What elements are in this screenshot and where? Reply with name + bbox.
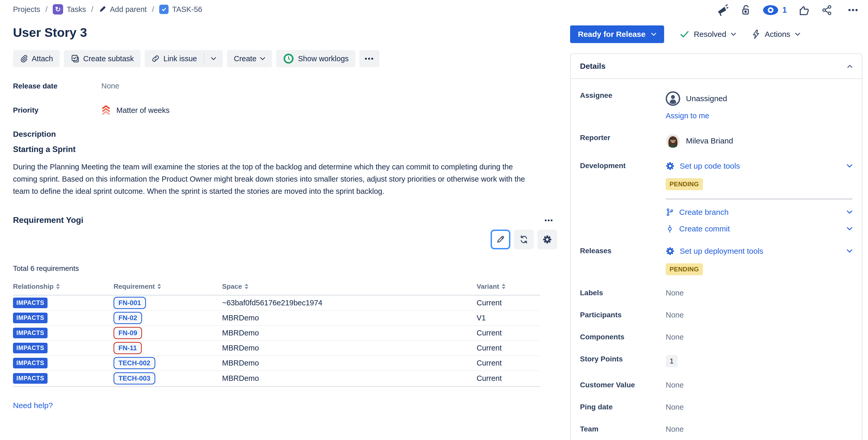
subtask-icon [71, 54, 80, 63]
ping-date-row: Ping date None [580, 401, 852, 411]
permissions-lock-button[interactable] [740, 4, 751, 16]
column-header-relationship[interactable]: Relationship [13, 282, 114, 291]
vote-button[interactable] [799, 5, 810, 15]
watch-button[interactable]: 1 [763, 5, 787, 15]
customer-value-value[interactable]: None [666, 379, 852, 390]
table-row: IMPACTS FN-11 MBRDemo Current [13, 341, 540, 356]
space-cell: ~63baf0fd56176e219bec1974 [222, 299, 476, 307]
development-value-wrap: Set up code tools PENDING Create branch [666, 160, 852, 233]
create-commit-link[interactable]: Create commit [666, 225, 852, 233]
relationship-badge[interactable]: IMPACTS [13, 313, 48, 323]
breadcrumb-tasks[interactable]: ↻ Tasks [53, 4, 86, 14]
resolution-dropdown-button[interactable]: Resolved [680, 30, 736, 39]
story-points-value-wrap: 1 [666, 353, 852, 367]
breadcrumb-add-parent-label: Add parent [110, 5, 147, 14]
chevron-down-icon[interactable] [847, 210, 852, 214]
priority-value: Matter of weeks [116, 106, 169, 115]
column-label: Relationship [13, 282, 54, 291]
breadcrumb-tasks-label: Tasks [67, 5, 86, 14]
create-dropdown-button[interactable]: Create [227, 50, 272, 67]
share-button[interactable] [822, 5, 832, 15]
reporter-name: Mileva Briand [686, 136, 733, 145]
relationship-badge[interactable]: IMPACTS [13, 328, 48, 338]
task-type-icon [159, 5, 168, 14]
components-value[interactable]: None [666, 331, 852, 341]
thumbs-up-icon [799, 5, 810, 15]
sidebar-more-button[interactable]: ••• [844, 4, 862, 16]
relationship-badge[interactable]: IMPACTS [13, 373, 48, 384]
breadcrumb-add-parent[interactable]: Add parent [98, 5, 147, 14]
link-issue-split-button: Link issue [145, 50, 223, 67]
setup-deployment-tools-link[interactable]: Set up deployment tools [666, 247, 852, 256]
story-points-value[interactable]: 1 [666, 355, 678, 367]
issue-page: Projects / ↻ Tasks / Add parent / TASK-5… [0, 0, 868, 440]
status-label: Ready for Release [578, 30, 645, 39]
requirement-chip[interactable]: FN-001 [114, 297, 146, 309]
assignee-name: Unassigned [686, 94, 727, 103]
details-panel-header[interactable]: Details [570, 54, 862, 79]
create-subtask-button[interactable]: Create subtask [64, 50, 141, 67]
participants-value[interactable]: None [666, 309, 852, 319]
chevron-down-icon[interactable] [847, 249, 852, 253]
actions-dropdown-button[interactable]: Actions [752, 30, 800, 39]
variant-cell: Current [476, 374, 540, 383]
link-issue-button[interactable]: Link issue [145, 50, 204, 67]
requirement-chip[interactable]: TECH-003 [114, 372, 155, 384]
status-dropdown-button[interactable]: Ready for Release [570, 26, 664, 43]
settings-button[interactable] [537, 230, 557, 249]
chevron-up-icon [847, 65, 852, 68]
reporter-value[interactable]: Mileva Briand [666, 134, 852, 148]
reporter-label: Reporter [580, 132, 666, 148]
column-header-requirement[interactable]: Requirement [114, 282, 222, 291]
gear-icon [666, 162, 675, 170]
relationship-badge[interactable]: IMPACTS [13, 358, 48, 368]
variant-cell: V1 [476, 314, 540, 322]
refresh-button[interactable] [514, 230, 534, 249]
breadcrumb-issue-key[interactable]: TASK-56 [159, 5, 202, 14]
requirement-chip[interactable]: FN-09 [114, 327, 142, 339]
attach-button[interactable]: Attach [13, 50, 60, 67]
need-help-link[interactable]: Need help? [13, 401, 53, 410]
assignee-value[interactable]: Unassigned [666, 91, 852, 106]
requirement-yogi-more-button[interactable]: ••• [541, 214, 557, 226]
sidebar-column: 1 ••• Ready for Release [557, 0, 868, 440]
space-cell: MBRDemo [222, 314, 476, 322]
description-subheading: Starting a Sprint [13, 145, 557, 154]
participants-row: Participants None [580, 309, 852, 319]
project-sync-icon: ↻ [53, 4, 63, 14]
create-subtask-label: Create subtask [83, 55, 134, 63]
details-heading: Details [580, 62, 606, 71]
relationship-badge[interactable]: IMPACTS [13, 343, 48, 353]
requirement-chip[interactable]: FN-02 [114, 312, 142, 324]
description-body[interactable]: During the Planning Meeting the team wil… [13, 161, 536, 197]
show-worklogs-button[interactable]: Show worklogs [276, 50, 355, 67]
commit-icon [666, 225, 674, 233]
relationship-badge[interactable]: IMPACTS [13, 298, 48, 308]
assignee-value-wrap: Unassigned Assign to me [666, 89, 852, 120]
more-actions-button[interactable]: ••• [360, 50, 379, 67]
priority-label: Priority [13, 106, 101, 114]
development-row: Development Set up code tools PENDING [580, 160, 852, 233]
release-date-value[interactable]: None [101, 82, 119, 90]
create-branch-link[interactable]: Create branch [666, 208, 852, 216]
team-value[interactable]: None [666, 423, 852, 434]
ping-date-value[interactable]: None [666, 401, 852, 411]
breadcrumb-projects[interactable]: Projects [13, 5, 40, 14]
link-issue-label: Link issue [163, 55, 197, 63]
issue-toolbar: Attach Create subtask Link issue [13, 50, 557, 67]
details-panel: Details Assignee Unassigned [570, 54, 862, 440]
setup-code-tools-link[interactable]: Set up code tools [666, 162, 852, 170]
feedback-button[interactable] [717, 4, 728, 16]
priority-value-wrap[interactable]: Matter of weeks [101, 105, 169, 116]
edit-links-button[interactable] [491, 230, 510, 249]
labels-value[interactable]: None [666, 287, 852, 297]
assign-to-me-link[interactable]: Assign to me [666, 111, 709, 120]
link-issue-dropdown-button[interactable] [204, 50, 223, 67]
story-points-label: Story Points [580, 353, 666, 367]
requirement-chip[interactable]: FN-11 [114, 342, 142, 354]
chevron-down-icon[interactable] [847, 164, 852, 168]
chevron-down-icon[interactable] [847, 227, 852, 231]
requirement-chip[interactable]: TECH-002 [114, 357, 155, 369]
column-header-space[interactable]: Space [222, 282, 476, 291]
column-header-variant[interactable]: Variant [476, 282, 540, 291]
